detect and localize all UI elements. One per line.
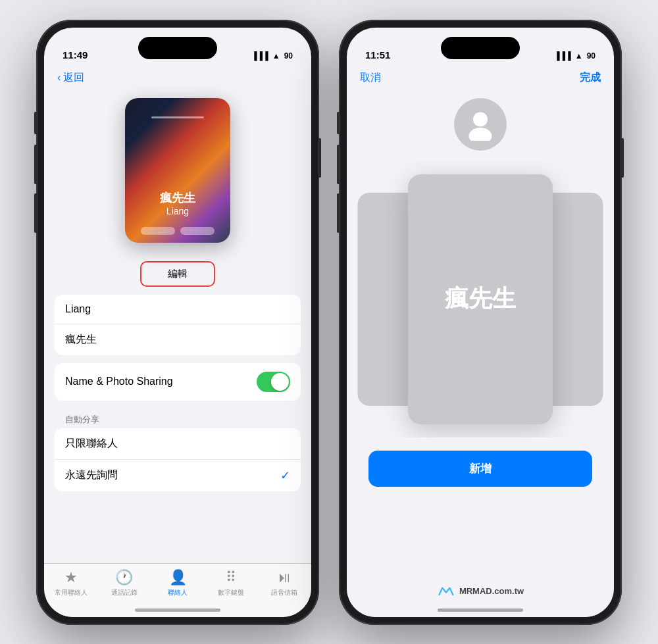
card-name-area: 瘋先生 Liang (125, 190, 230, 216)
phone1-main-content: ‹ 返回 瘋先生 Liang (44, 66, 311, 617)
signal-icon: ▐▐▐ (251, 51, 268, 61)
contact-preview: 瘋先生 Liang (44, 91, 311, 253)
silent-switch (34, 112, 37, 134)
tab-keypad-label: 數字鍵盤 (218, 588, 244, 597)
battery-left: 90 (284, 51, 293, 61)
tab-voicemail-label: 語音信箱 (271, 588, 297, 597)
chevron-left-icon: ‹ (57, 72, 61, 84)
person-icon: 👤 (169, 569, 187, 586)
first-name-row[interactable]: Liang (55, 295, 301, 324)
voicemail-icon: ⏯ (277, 569, 291, 586)
status-time-left: 11:49 (63, 49, 88, 61)
volume-up-right (337, 145, 340, 184)
phone-right: 11:51 ▐▐▐ ▲ 90 取消 完成 (339, 20, 622, 625)
svg-point-1 (469, 128, 492, 141)
back-nav: ‹ 返回 (44, 66, 311, 91)
person-avatar-icon (464, 108, 497, 141)
card-carousel: 瘋先生 (347, 161, 614, 437)
wifi-icon-right: ▲ (575, 51, 583, 61)
tab-contacts[interactable]: 👤 聯絡人 (151, 569, 204, 597)
always-ask-row[interactable]: 永遠先詢問 ✓ (55, 460, 301, 491)
status-icons-right: ▐▐▐ ▲ 90 (554, 51, 595, 61)
tab-recents[interactable]: 🕐 通話記錄 (97, 569, 151, 597)
wifi-icon: ▲ (272, 51, 280, 61)
phone2-main-content: 取消 完成 瘋先生 (347, 66, 614, 617)
contact-card-mini: 瘋先生 Liang (125, 98, 230, 243)
silent-switch-right (337, 112, 340, 134)
name-photo-sharing-row: Name & Photo Sharing (55, 363, 301, 401)
auto-share-header: 自動分享 (44, 409, 311, 428)
home-indicator-right (438, 608, 523, 612)
always-ask-label: 永遠先詢問 (65, 468, 118, 482)
card-line (151, 116, 204, 118)
card-btn-2 (180, 227, 215, 235)
avatar[interactable] (454, 98, 507, 151)
auto-share-list: 只限聯絡人 永遠先詢問 ✓ (55, 428, 301, 491)
tab-favorites-label: 常用聯絡人 (55, 588, 88, 597)
done-button[interactable]: 完成 (580, 71, 601, 85)
volume-down-right (337, 193, 340, 233)
power-button-right (621, 138, 624, 178)
svg-point-0 (473, 112, 488, 126)
watermark: MRMAD.com.tw (437, 585, 524, 597)
contacts-only-row[interactable]: 只限聯絡人 (55, 428, 301, 460)
edit-btn-container: 編輯 (44, 261, 311, 287)
card-btn-1 (141, 227, 175, 235)
star-icon: ★ (64, 569, 78, 586)
last-name-row[interactable]: 瘋先生 (55, 324, 301, 355)
dynamic-island-right (441, 37, 520, 59)
card-name-chinese: 瘋先生 (125, 190, 230, 206)
avatar-section (347, 91, 614, 161)
tab-contacts-label: 聯絡人 (168, 588, 188, 597)
volume-down-button (34, 193, 37, 233)
tab-favorites[interactable]: ★ 常用聯絡人 (44, 569, 97, 597)
tab-recents-label: 通話記錄 (111, 588, 138, 597)
phone-screen-left: 11:49 ▐▐▐ ▲ 90 ‹ 返回 (44, 28, 311, 617)
phone-screen-right: 11:51 ▐▐▐ ▲ 90 取消 完成 (347, 28, 614, 617)
contacts-only-label: 只限聯絡人 (65, 437, 118, 451)
back-label: 返回 (63, 71, 84, 85)
cancel-button[interactable]: 取消 (360, 71, 381, 85)
tab-keypad[interactable]: ⠿ 數字鍵盤 (205, 569, 258, 597)
keypad-icon: ⠿ (226, 569, 236, 586)
check-mark-icon: ✓ (280, 468, 290, 483)
mrmad-logo (437, 585, 455, 597)
name-photo-sharing-label: Name & Photo Sharing (65, 376, 173, 387)
card-action-buttons (141, 227, 215, 235)
phone-left: 11:49 ▐▐▐ ▲ 90 ‹ 返回 (36, 20, 319, 625)
name-fields-list: Liang 瘋先生 (55, 295, 301, 355)
name-photo-sharing-list: Name & Photo Sharing (55, 363, 301, 401)
card-name-english: Liang (125, 206, 230, 216)
card-center-name: 瘋先生 (445, 283, 516, 315)
card-center[interactable]: 瘋先生 (408, 174, 553, 424)
card-background: 瘋先生 Liang (125, 98, 230, 243)
status-icons-left: ▐▐▐ ▲ 90 (251, 51, 293, 61)
toggle-thumb (271, 373, 289, 391)
edit-button[interactable]: 編輯 (140, 261, 215, 287)
name-photo-sharing-toggle[interactable] (257, 372, 290, 392)
signal-icon-right: ▐▐▐ (554, 51, 571, 61)
add-btn-container: 新增 (357, 451, 603, 487)
cancel-done-nav: 取消 完成 (347, 66, 614, 91)
watermark-text: MRMAD.com.tw (459, 586, 524, 596)
back-button[interactable]: ‹ 返回 (57, 71, 84, 85)
power-button (318, 138, 321, 178)
dynamic-island-left (138, 37, 217, 59)
clock-icon: 🕐 (115, 569, 133, 586)
volume-up-button (34, 145, 37, 184)
tab-voicemail[interactable]: ⏯ 語音信箱 (258, 569, 311, 597)
battery-right: 90 (587, 51, 595, 61)
add-button[interactable]: 新增 (368, 451, 592, 487)
home-indicator-left (135, 608, 220, 612)
status-time-right: 11:51 (365, 49, 390, 61)
